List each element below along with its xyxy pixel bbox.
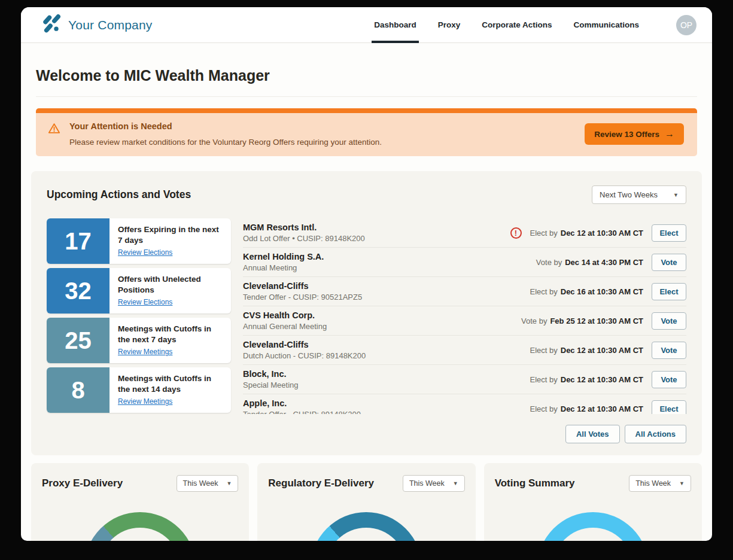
- vote-button[interactable]: Vote: [652, 371, 686, 388]
- chart-title: Regulatory E-Delivery: [268, 477, 374, 489]
- proxy-donut-chart: [84, 512, 196, 541]
- action-row: CVS Health Corp. Annual General Meeting …: [243, 306, 686, 336]
- regulatory-timeframe-select[interactable]: This Week ▼: [403, 475, 465, 492]
- deadline: Elect byDec 12 at 10:30 AM CT: [530, 229, 644, 238]
- vote-button[interactable]: Vote: [652, 342, 686, 359]
- review-meetings-link[interactable]: Review Meetings: [118, 348, 224, 356]
- chevron-down-icon: ▼: [226, 480, 232, 486]
- company-logo-icon: [40, 14, 62, 36]
- deadline-date: Dec 14 at 4:30 PM CT: [565, 258, 643, 267]
- alert-accent-bar: [36, 108, 697, 113]
- voting-summary-card: Voting Summary This Week ▼: [484, 463, 702, 541]
- deadline-date: Dec 16 at 10:30 AM CT: [561, 287, 643, 296]
- elect-button[interactable]: Elect: [652, 400, 686, 415]
- offer-detail: Tender Offer - CUSIP: 89148K200: [243, 410, 361, 414]
- deadline-date: Dec 12 at 10:30 AM CT: [561, 229, 643, 238]
- urgent-exclamation-icon: !: [510, 227, 522, 239]
- regulatory-donut-chart: [311, 512, 422, 541]
- stat-offers-expiring[interactable]: 17 Offers Expiring in the next 7 days Re…: [47, 218, 231, 264]
- elect-button[interactable]: Elect: [652, 283, 686, 300]
- stat-label: Meetings with Cutoffs in the next 7 days: [118, 324, 224, 345]
- voting-donut-chart: [537, 512, 649, 541]
- review-elections-link[interactable]: Review Elections: [118, 248, 224, 257]
- review-meetings-link[interactable]: Review Meetings: [118, 397, 224, 406]
- regulatory-edelivery-card: Regulatory E-Delivery This Week ▼: [257, 463, 475, 541]
- deadline-date: Dec 12 at 10:30 AM CT: [561, 346, 643, 355]
- timeframe-value: Next Two Weeks: [600, 190, 658, 199]
- voting-timeframe-select[interactable]: This Week ▼: [629, 475, 691, 492]
- deadline-date: Feb 25 12 at 10:30 AM CT: [550, 316, 643, 325]
- chart-title: Proxy E-Delivery: [42, 477, 123, 489]
- deadline: Elect byDec 16 at 10:30 AM CT: [530, 287, 644, 296]
- proxy-timeframe-select[interactable]: This Week ▼: [177, 475, 239, 492]
- offer-detail: Tender Offer - CUSIP: 90521APZ5: [243, 293, 362, 302]
- company-name: Block, Inc.: [243, 369, 299, 379]
- nav-corporate-actions[interactable]: Corporate Actions: [482, 7, 552, 43]
- deadline: Elect byDec 12 at 10:30 AM CT: [530, 346, 644, 355]
- actions-list-viewport[interactable]: MGM Resorts Intl. Odd Lot Offer • CUSIP:…: [243, 218, 686, 414]
- review-offers-button[interactable]: Review 13 Offers →: [585, 123, 684, 145]
- offer-detail: Annual General Meeting: [243, 322, 327, 331]
- vote-button[interactable]: Vote: [652, 254, 686, 271]
- review-elections-link[interactable]: Review Elections: [118, 298, 224, 306]
- vote-button[interactable]: Vote: [652, 312, 686, 330]
- upcoming-title: Upcoming Actions and Votes: [47, 188, 191, 201]
- top-navigation-bar: Your Company Dashboard Proxy Corporate A…: [21, 7, 712, 43]
- alert-title: Your Attention is Needed: [69, 121, 382, 131]
- company-name: Kernel Holding S.A.: [243, 252, 324, 261]
- stat-label: Offers Expiring in the next 7 days: [118, 224, 224, 246]
- chart-title: Voting Summary: [495, 477, 575, 489]
- all-actions-button[interactable]: All Actions: [625, 425, 686, 443]
- deadline: Vote byFeb 25 12 at 10:30 AM CT: [521, 316, 643, 325]
- stat-label: Meetings with Cutoffs in the next 14 day…: [118, 373, 224, 395]
- stat-meetings-14-days[interactable]: 8 Meetings with Cutoffs in the next 14 d…: [47, 367, 231, 413]
- attention-alert: Your Attention is Needed Please review m…: [36, 108, 697, 156]
- nav-communications[interactable]: Communications: [573, 7, 639, 43]
- elect-button[interactable]: Elect: [652, 224, 686, 242]
- offer-detail: Special Meeting: [243, 381, 299, 389]
- proxy-edelivery-card: Proxy E-Delivery This Week ▼: [31, 463, 249, 541]
- chevron-down-icon: ▼: [673, 192, 679, 198]
- timeframe-value: This Week: [409, 479, 445, 488]
- chevron-down-icon: ▼: [453, 480, 458, 486]
- stat-count: 25: [47, 318, 110, 363]
- timeframe-value: This Week: [183, 479, 218, 488]
- warning-triangle-icon: [48, 123, 60, 136]
- deadline-label: Elect by: [530, 346, 558, 355]
- deadline-label: Elect by: [530, 404, 558, 413]
- deadline-date: Dec 12 at 10:30 AM CT: [561, 375, 643, 384]
- all-votes-button[interactable]: All Votes: [565, 425, 620, 443]
- action-row: Kernel Holding S.A. Annual Meeting Vote …: [243, 248, 686, 277]
- brand[interactable]: Your Company: [40, 14, 153, 36]
- alert-message: Please review market conditions for the …: [69, 138, 382, 147]
- page-header: Welcome to MIC Wealth Manager: [21, 43, 712, 97]
- nav-proxy[interactable]: Proxy: [438, 7, 461, 43]
- action-row: Cleveland-Cliffs Tender Offer - CUSIP: 9…: [243, 277, 686, 306]
- company-name: Cleveland-Cliffs: [243, 281, 362, 291]
- review-offers-label: Review 13 Offers: [594, 130, 659, 139]
- offer-detail: Dutch Auction - CUSIP: 89148K200: [243, 351, 366, 360]
- upcoming-actions-card: Upcoming Actions and Votes Next Two Week…: [31, 171, 702, 455]
- deadline-label: Elect by: [530, 375, 558, 384]
- stat-unelected-positions[interactable]: 32 Offers with Unelected Positions Revie…: [47, 268, 231, 314]
- timeframe-value: This Week: [635, 479, 671, 488]
- actions-list: MGM Resorts Intl. Odd Lot Offer • CUSIP:…: [243, 218, 686, 443]
- user-avatar[interactable]: OP: [676, 15, 696, 35]
- top-nav: Dashboard Proxy Corporate Actions Commun…: [374, 7, 696, 43]
- deadline: Vote byDec 14 at 4:30 PM CT: [536, 258, 643, 267]
- company-name: MGM Resorts Intl.: [243, 223, 365, 232]
- deadline-date: Dec 12 at 10:30 AM CT: [561, 404, 643, 413]
- company-name: Apple, Inc.: [243, 398, 361, 408]
- action-row: Apple, Inc. Tender Offer - CUSIP: 89148K…: [243, 394, 686, 414]
- stat-meetings-7-days[interactable]: 25 Meetings with Cutoffs in the next 7 d…: [47, 318, 231, 363]
- stats-column: 17 Offers Expiring in the next 7 days Re…: [47, 218, 231, 443]
- brand-name: Your Company: [68, 18, 153, 32]
- page-title: Welcome to MIC Wealth Manager: [36, 67, 697, 97]
- summary-charts-row: Proxy E-Delivery This Week ▼ Regulatory …: [31, 463, 702, 541]
- deadline-label: Elect by: [530, 287, 558, 296]
- deadline-label: Vote by: [536, 258, 562, 267]
- chevron-down-icon: ▼: [679, 480, 685, 486]
- timeframe-select[interactable]: Next Two Weeks ▼: [592, 185, 686, 204]
- app-window: Your Company Dashboard Proxy Corporate A…: [21, 7, 712, 541]
- nav-dashboard[interactable]: Dashboard: [374, 7, 416, 43]
